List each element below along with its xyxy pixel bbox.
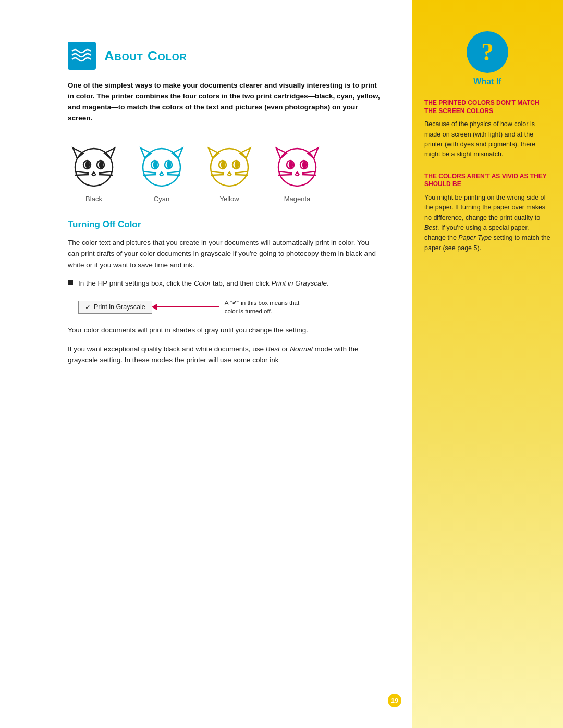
svg-marker-32	[227, 171, 231, 174]
cat-label-yellow: Yellow	[219, 195, 239, 203]
svg-point-18	[154, 162, 157, 168]
svg-marker-8	[92, 171, 96, 174]
svg-line-33	[211, 171, 224, 173]
svg-point-42	[289, 162, 292, 168]
svg-point-30	[222, 162, 225, 168]
svg-line-12	[99, 175, 113, 175]
svg-marker-44	[295, 171, 299, 174]
arrow-line	[152, 304, 219, 310]
page-number: 19	[388, 694, 401, 707]
cat-label-black: Black	[85, 195, 102, 203]
svg-line-35	[235, 171, 248, 173]
svg-point-39	[278, 149, 316, 186]
cat-label-magenta: Magenta	[284, 195, 311, 203]
svg-line-24	[167, 175, 180, 175]
bullet-text: In the HP print settings box, click the …	[78, 278, 329, 289]
subsection-title: Turning Off Color	[68, 219, 381, 230]
question-icon: ?	[467, 31, 508, 73]
svg-rect-0	[68, 42, 96, 70]
svg-line-9	[75, 171, 89, 173]
cat-cyan-svg	[136, 139, 188, 191]
checkbox-label: Print in Grayscale	[94, 303, 145, 311]
sidebar-issue1-title: The Printed Colors Don't Match the Scree…	[424, 99, 550, 115]
svg-line-22	[143, 175, 156, 175]
cat-item-black: Black	[68, 139, 120, 203]
bullet-item: In the HP print settings box, click the …	[68, 278, 381, 289]
checkbox-illustration: ✓ Print in Grayscale A "✔" in this box m…	[78, 299, 381, 315]
section-header: About Color	[68, 42, 381, 70]
sidebar-issue2-title: The Colors Aren't As Vivid As They Shoul…	[424, 172, 550, 189]
svg-line-21	[143, 171, 156, 173]
svg-line-45	[278, 171, 292, 173]
cat-label-cyan: Cyan	[154, 195, 169, 203]
sidebar-issue2-text: You might be printing on the wrong side …	[424, 193, 550, 253]
svg-point-7	[100, 162, 103, 168]
arrow-label: A "✔" in this box means that color is tu…	[225, 299, 308, 315]
cat-black-svg	[68, 139, 120, 191]
cat-yellow-svg	[203, 139, 255, 191]
svg-point-27	[211, 149, 248, 186]
intro-text: One of the simplest ways to make your do…	[68, 80, 381, 124]
svg-point-3	[75, 149, 113, 186]
arrow-shaft	[157, 306, 219, 307]
sidebar: ? What If The Printed Colors Don't Match…	[412, 0, 563, 728]
cat-item-magenta: Magenta	[271, 139, 323, 203]
svg-marker-20	[160, 171, 164, 174]
cat-item-cyan: Cyan	[136, 139, 188, 203]
svg-line-34	[211, 175, 224, 175]
sidebar-what-if-label: What If	[473, 77, 501, 87]
svg-point-19	[167, 162, 170, 168]
bullet-square-icon	[68, 280, 73, 285]
checkbox-box[interactable]: ✓ Print in Grayscale	[78, 301, 152, 314]
question-mark-icon: ?	[481, 40, 494, 65]
arrow-head-icon	[152, 304, 157, 310]
sidebar-issue1-text: Because of the physics of how color is m…	[424, 119, 550, 160]
main-content: About Color One of the simplest ways to …	[0, 0, 412, 728]
cats-row: Black	[68, 139, 381, 203]
cat-magenta-svg	[271, 139, 323, 191]
section-title: About Color	[104, 48, 187, 64]
body-paragraph-1: The color text and pictures that you cre…	[68, 237, 381, 271]
cat-item-yellow: Yellow	[203, 139, 255, 203]
svg-line-47	[302, 171, 316, 173]
svg-point-31	[235, 162, 238, 168]
checkbox-check-icon: ✓	[85, 303, 91, 311]
svg-line-10	[75, 175, 89, 175]
svg-line-46	[278, 175, 292, 175]
body-paragraph-3: If you want exceptional quality black an…	[68, 343, 381, 366]
svg-point-43	[303, 162, 306, 168]
svg-line-23	[167, 171, 180, 173]
svg-point-6	[86, 162, 89, 168]
svg-point-15	[143, 149, 180, 186]
body-paragraph-2: Your color documents will print in shade…	[68, 325, 381, 336]
header-icon	[68, 42, 96, 70]
svg-line-36	[235, 175, 248, 175]
svg-line-48	[302, 175, 316, 175]
svg-line-11	[99, 171, 113, 173]
